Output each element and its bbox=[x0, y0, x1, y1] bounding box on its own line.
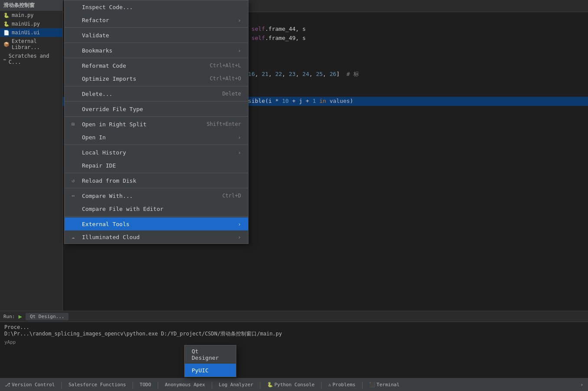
sidebar-title: 滑动条控制窗 bbox=[0, 0, 62, 11]
qt-designer-tab[interactable]: Qt Design... bbox=[26, 313, 69, 320]
menu-item-open-in[interactable]: Open In › bbox=[65, 131, 248, 144]
command-text: D:\Pr...\random_splicing_images_opencv\p… bbox=[4, 331, 282, 337]
submenu-item-qt-designer[interactable]: Qt Designer bbox=[185, 345, 236, 364]
python-file-icon-2: 🐍 bbox=[3, 21, 10, 27]
menu-sep-7 bbox=[65, 145, 248, 145]
refactor-arrow: › bbox=[238, 17, 241, 23]
menu-item-compare-with[interactable]: ↔ Compare With... Ctrl+D bbox=[65, 189, 248, 202]
menu-item-bookmarks[interactable]: Bookmarks › bbox=[65, 44, 248, 57]
menu-item-reload[interactable]: ↺ Reload from Disk bbox=[65, 174, 248, 187]
python-console-icon: 🐍 bbox=[267, 382, 273, 388]
scratches-icon: ✏️ bbox=[3, 56, 7, 62]
menu-sep-10 bbox=[65, 216, 248, 217]
submenu-item-pyuic[interactable]: PyUIC bbox=[185, 364, 236, 377]
run-bar: Run: ▶ Qt Design... bbox=[0, 311, 588, 322]
vcs-label: Version Control bbox=[12, 382, 55, 388]
menu-item-bookmarks-label: Bookmarks bbox=[82, 47, 234, 54]
sidebar-item-external[interactable]: 📦 External Librar... bbox=[0, 37, 62, 52]
status-separator-7: | bbox=[360, 381, 365, 389]
salesforce-label: Salesforce Functions bbox=[69, 382, 126, 388]
menu-item-external-tools[interactable]: External Tools › bbox=[65, 217, 248, 230]
status-separator-4: | bbox=[210, 381, 214, 389]
context-menu: Inspect Code... Refactor › Validate Book… bbox=[64, 0, 248, 244]
bottom-content: Proce... D:\Pr...\random_splicing_images… bbox=[0, 322, 588, 347]
sidebar: 滑动条控制窗 🐍 main.py 🐍 mainUi.py 📄 mainUi.ui… bbox=[0, 0, 63, 335]
ui-file-icon: 📄 bbox=[3, 30, 10, 36]
menu-item-local-history[interactable]: Local History › bbox=[65, 146, 248, 159]
status-separator-1: | bbox=[59, 381, 64, 389]
external-tools-arrow: › bbox=[238, 221, 241, 227]
app-label: yApp bbox=[4, 339, 584, 345]
arrow-right-status[interactable]: › bbox=[578, 381, 586, 388]
menu-item-repair-ide-label: Repair IDE bbox=[82, 162, 241, 169]
terminal-icon: ⬛ bbox=[369, 382, 375, 388]
python-file-icon: 🐍 bbox=[3, 13, 10, 18]
version-control-status[interactable]: ⎇ Version Control bbox=[2, 381, 57, 388]
menu-item-compare-file[interactable]: Compare File with Editor bbox=[65, 202, 248, 215]
menu-item-validate-label: Validate bbox=[82, 32, 241, 39]
menu-item-optimize-label: Optimize Imports bbox=[82, 76, 201, 82]
menu-item-compare-file-label: Compare File with Editor bbox=[82, 206, 241, 212]
illuminated-cloud-arrow: › bbox=[238, 234, 241, 240]
reload-icon: ↺ bbox=[72, 177, 80, 184]
scratches-label: Scratches and C... bbox=[9, 53, 59, 65]
problems-label: Problems bbox=[333, 382, 356, 388]
compare-with-shortcut: Ctrl+D bbox=[222, 193, 241, 199]
menu-item-refactor[interactable]: Refactor › bbox=[65, 13, 248, 26]
command-line: D:\Pr...\random_splicing_images_opencv\p… bbox=[4, 330, 584, 338]
submenu-external-tools: Qt Designer PyUIC bbox=[184, 345, 236, 377]
sidebar-item-mainpy[interactable]: 🐍 main.py bbox=[0, 11, 62, 20]
menu-item-inspect[interactable]: Inspect Code... bbox=[65, 0, 248, 13]
terminal-label: Terminal bbox=[376, 382, 399, 388]
terminal-status[interactable]: ⬛ Terminal bbox=[366, 381, 402, 388]
sidebar-item-scratches[interactable]: ✏️ Scratches and C... bbox=[0, 52, 62, 66]
menu-sep-6 bbox=[65, 116, 248, 117]
status-bar: ⎇ Version Control | Salesforce Functions… bbox=[0, 378, 588, 391]
split-icon: ⊞ bbox=[72, 121, 80, 127]
menu-item-optimize[interactable]: Optimize Imports Ctrl+Alt+O bbox=[65, 72, 248, 85]
menu-item-delete[interactable]: Delete... Delete bbox=[65, 87, 248, 100]
menu-sep-5 bbox=[65, 101, 248, 102]
log-analyzer-label: Log Analyzer bbox=[219, 382, 253, 388]
bookmarks-arrow: › bbox=[238, 47, 241, 54]
library-icon: 📦 bbox=[3, 42, 10, 47]
sidebar-item-mainuiui[interactable]: 📄 mainUi.ui bbox=[0, 28, 62, 37]
menu-item-local-history-label: Local History bbox=[82, 149, 234, 156]
open-right-split-shortcut: Shift+Enter bbox=[207, 121, 241, 127]
menu-item-open-right-split[interactable]: ⊞ Open in Right Split Shift+Enter bbox=[65, 118, 248, 131]
python-console-status[interactable]: 🐍 Python Console bbox=[265, 381, 317, 388]
anonymous-apex-status[interactable]: Anonymous Apex bbox=[162, 381, 208, 388]
menu-item-override[interactable]: Override File Type bbox=[65, 102, 248, 115]
menu-item-reformat[interactable]: Reformat Code Ctrl+Alt+L bbox=[65, 59, 248, 72]
log-analyzer-status[interactable]: Log Analyzer bbox=[216, 381, 256, 388]
todo-status[interactable]: TODO bbox=[137, 381, 154, 388]
menu-item-repair-ide[interactable]: Repair IDE bbox=[65, 159, 248, 172]
status-separator-3: | bbox=[156, 381, 160, 389]
menu-item-validate[interactable]: Validate bbox=[65, 29, 248, 42]
anonymous-apex-label: Anonymous Apex bbox=[165, 382, 205, 388]
play-button[interactable]: ▶ bbox=[19, 313, 22, 320]
menu-sep-9 bbox=[65, 188, 248, 188]
vcs-icon: ⎇ bbox=[5, 382, 10, 388]
cloud-icon: ☁ bbox=[72, 234, 80, 240]
sidebar-item-mainuipy[interactable]: 🐍 mainUi.py bbox=[0, 20, 62, 28]
menu-item-inspect-label: Inspect Code... bbox=[82, 4, 241, 10]
menu-item-override-label: Override File Type bbox=[82, 106, 241, 112]
qt-designer-label: Qt Designer bbox=[192, 348, 229, 361]
problems-status[interactable]: ⚠ Problems bbox=[326, 381, 358, 388]
bottom-panel: Run: ▶ Qt Design... Proce... D:\Pr...\ra… bbox=[0, 311, 588, 378]
menu-sep-2 bbox=[65, 43, 248, 43]
reformat-shortcut: Ctrl+Alt+L bbox=[210, 62, 241, 69]
menu-item-open-in-label: Open In bbox=[82, 134, 234, 141]
menu-item-reload-label: Reload from Disk bbox=[82, 177, 241, 184]
menu-item-open-right-split-label: Open in Right Split bbox=[82, 121, 198, 128]
salesforce-status[interactable]: Salesforce Functions bbox=[66, 381, 128, 388]
menu-item-refactor-label: Refactor bbox=[82, 17, 234, 23]
local-history-arrow: › bbox=[238, 149, 241, 156]
menu-sep-3 bbox=[65, 58, 248, 58]
status-separator-5: | bbox=[258, 381, 262, 389]
todo-label: TODO bbox=[140, 382, 151, 388]
menu-item-compare-with-label: Compare With... bbox=[82, 193, 214, 199]
python-console-label: Python Console bbox=[274, 382, 315, 388]
menu-item-illuminated-cloud[interactable]: ☁ Illuminated Cloud › bbox=[65, 230, 248, 243]
